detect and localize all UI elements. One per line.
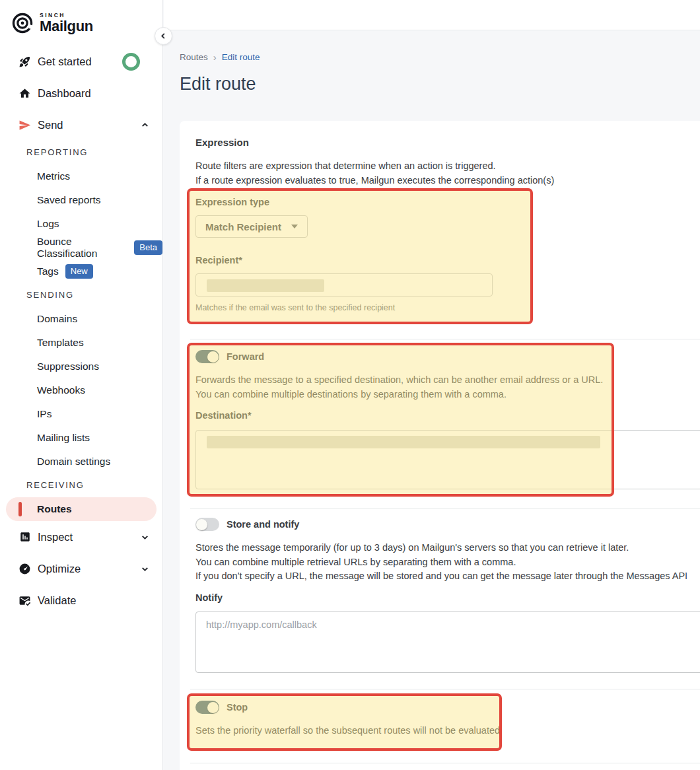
sidebar-section-receiving: RECEIVING: [0, 473, 162, 497]
stop-description: Sets the priority waterfall so the subse…: [195, 724, 500, 738]
recipient-input[interactable]: [195, 273, 493, 297]
sidebar-item-mailing-lists[interactable]: Mailing lists: [0, 426, 162, 450]
chevron-up-icon[interactable]: [141, 121, 149, 129]
redacted-value: [207, 436, 600, 448]
forward-toggle-row: Forward: [195, 350, 264, 363]
stop-toggle-row: Stop: [195, 701, 248, 714]
sidebar-item-label: Dashboard: [38, 87, 91, 100]
sidebar-item-ips[interactable]: IPs: [0, 402, 162, 426]
sidebar-item-domains[interactable]: Domains: [0, 307, 162, 331]
main-area: Routes › Edit route Edit route Expressio…: [164, 0, 700, 770]
sidebar-item-routes[interactable]: Routes: [6, 497, 157, 521]
sidebar-collapse-button[interactable]: [155, 27, 172, 45]
beta-badge: Beta: [134, 240, 162, 255]
divider: [190, 339, 700, 339]
sidebar-item-metrics[interactable]: Metrics: [0, 164, 162, 188]
sidebar-nav: Get started Dashboard Send REPORTING M: [0, 46, 162, 616]
breadcrumb-current[interactable]: Edit route: [222, 52, 260, 62]
new-badge: New: [65, 264, 93, 279]
gauge-icon: [18, 563, 31, 575]
divider: [190, 763, 700, 763]
mailgun-logo-icon: [11, 11, 34, 35]
onboarding-progress-ring: [122, 53, 140, 71]
recipient-label: Recipient*: [195, 255, 242, 265]
toggle-knob: [207, 702, 219, 713]
sidebar-item-label: Send: [38, 119, 63, 131]
divider: [190, 508, 700, 508]
store-notify-toggle-row: Store and notify: [195, 518, 299, 531]
sidebar-item-label: Validate: [38, 594, 76, 607]
chevron-down-icon[interactable]: [141, 533, 149, 542]
home-icon: [18, 87, 31, 100]
sidebar-item-inspect[interactable]: Inspect: [0, 521, 162, 553]
chevron-down-icon[interactable]: [141, 565, 149, 573]
toggle-knob: [196, 519, 207, 530]
breadcrumb-separator-icon: ›: [213, 52, 217, 62]
sidebar-item-dashboard[interactable]: Dashboard: [0, 77, 162, 109]
expression-type-select[interactable]: Match Recipient: [195, 215, 308, 238]
destination-label: Destination*: [195, 410, 252, 421]
sidebar-item-label: Get started: [38, 55, 92, 68]
chevron-left-icon: [160, 32, 167, 40]
expression-heading: Expression: [195, 137, 249, 148]
chart-columns-icon: [18, 531, 31, 543]
forward-description: Forwards the message to a specified dest…: [195, 373, 603, 402]
sidebar-item-label: Inspect: [38, 531, 73, 543]
expression-type-value: Match Recipient: [205, 221, 281, 232]
forward-label: Forward: [227, 351, 264, 362]
redacted-value: [207, 279, 324, 292]
edit-route-card: Expression Route filters are expression …: [180, 121, 700, 770]
send-icon: [18, 119, 31, 131]
store-notify-label: Store and notify: [227, 519, 299, 530]
brand-logo[interactable]: SINCH Mailgun: [11, 8, 162, 38]
stop-toggle[interactable]: [195, 701, 219, 714]
sidebar-item-get-started[interactable]: Get started: [0, 46, 162, 77]
sidebar-item-templates[interactable]: Templates: [0, 331, 162, 355]
expression-description: Route filters are expression that determ…: [195, 159, 554, 188]
expression-type-label: Expression type: [195, 197, 269, 207]
sidebar-section-reporting: REPORTING: [0, 141, 162, 164]
sidebar-item-validate[interactable]: Validate: [0, 584, 162, 616]
sidebar-item-domain-settings[interactable]: Domain settings: [0, 450, 162, 473]
rocket-icon: [18, 55, 31, 68]
app-root: SINCH Mailgun Get started Dashboard: [0, 0, 700, 770]
sidebar-item-label: Optimize: [38, 563, 81, 575]
recipient-helper-text: Matches if the email was sent to the spe…: [195, 303, 395, 312]
store-notify-toggle[interactable]: [195, 518, 219, 531]
sidebar-item-saved-reports[interactable]: Saved reports: [0, 188, 162, 212]
forward-toggle[interactable]: [195, 350, 219, 363]
sidebar-item-send[interactable]: Send: [0, 109, 162, 141]
sidebar: SINCH Mailgun Get started Dashboard: [0, 0, 163, 770]
brand-name: Mailgun: [40, 18, 93, 34]
page-title: Edit route: [180, 74, 256, 94]
active-indicator-bar: [18, 502, 22, 516]
envelope-check-icon: [18, 594, 31, 607]
sidebar-section-sending: SENDING: [0, 283, 162, 307]
sidebar-item-suppressions[interactable]: Suppressions: [0, 355, 162, 378]
caret-down-icon: [291, 225, 298, 228]
sidebar-item-tags[interactable]: Tags New: [0, 260, 162, 283]
divider: [190, 689, 700, 689]
toggle-knob: [207, 351, 219, 363]
sidebar-item-logs[interactable]: Logs: [0, 212, 162, 236]
store-notify-description: Stores the message temporarily (for up t…: [195, 541, 687, 584]
top-bar: [164, 0, 700, 30]
breadcrumb: Routes › Edit route: [180, 52, 260, 62]
stop-label: Stop: [227, 702, 248, 713]
destination-textarea[interactable]: [195, 430, 700, 489]
sidebar-item-bounce-classification[interactable]: Bounce Classification Beta: [0, 236, 162, 260]
notify-label: Notify: [195, 592, 223, 603]
breadcrumb-routes-link[interactable]: Routes: [180, 52, 208, 62]
notify-textarea[interactable]: [195, 612, 700, 673]
sidebar-item-webhooks[interactable]: Webhooks: [0, 378, 162, 402]
sidebar-item-optimize[interactable]: Optimize: [0, 553, 162, 584]
